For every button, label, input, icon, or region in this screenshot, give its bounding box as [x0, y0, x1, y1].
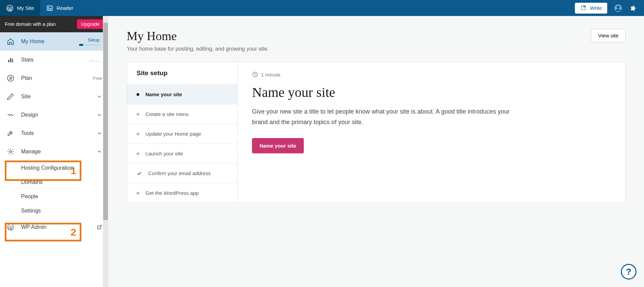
wordpress-logo-icon — [6, 4, 14, 12]
sidebar-manage-label: Manage — [21, 149, 97, 155]
question-icon: ? — [626, 267, 631, 277]
write-label: Write — [590, 5, 602, 11]
svg-point-7 — [617, 6, 619, 9]
setup-item-create-menu[interactable]: Create a site menu — [127, 104, 237, 124]
setup-detail-panel: 1 minute Name your site Give your new si… — [238, 62, 625, 203]
svg-point-12 — [10, 151, 12, 153]
clock-icon — [252, 71, 258, 78]
sidebar-item-my-home[interactable]: My Home Setup — [0, 32, 108, 51]
svg-rect-4 — [48, 9, 51, 9]
sidebar-my-home-label: My Home — [21, 38, 79, 45]
wrench-icon — [6, 129, 15, 138]
upgrade-button[interactable]: Upgrade — [77, 19, 104, 29]
setup-item-confirm-email[interactable]: Confirm your email address — [127, 163, 237, 183]
svg-rect-10 — [12, 59, 13, 62]
reader-icon — [46, 5, 53, 12]
profile-icon[interactable] — [614, 4, 622, 12]
setup-item-label: Launch your site — [145, 151, 183, 156]
help-button[interactable]: ? — [621, 264, 637, 280]
dot-icon — [137, 113, 139, 116]
topbar: My Site Reader Write — [0, 0, 644, 16]
sidebar-sub-settings[interactable]: Settings — [0, 204, 108, 218]
write-button[interactable]: Write — [575, 3, 607, 14]
detail-title: Name your site — [252, 84, 611, 100]
chevron-up-icon — [97, 149, 102, 154]
name-your-site-button[interactable]: Name your site — [252, 138, 304, 153]
promo-text: Free domain with a plan — [5, 21, 56, 27]
stats-sparkline-icon — [89, 57, 102, 62]
setup-item-launch-site[interactable]: Launch your site — [127, 144, 237, 163]
sidebar-scrollbar[interactable] — [103, 16, 108, 287]
svg-rect-8 — [8, 60, 10, 62]
sidebar-item-design[interactable]: Design — [0, 106, 108, 124]
setup-item-label: Create a site menu — [145, 111, 189, 117]
pencil-icon — [6, 92, 15, 101]
setup-item-get-app[interactable]: Get the WordPress app — [127, 183, 237, 203]
svg-rect-3 — [48, 8, 51, 9]
setup-item-label: Get the WordPress app — [145, 190, 199, 196]
setup-badge: Setup — [79, 37, 99, 46]
sidebar-wp-admin-label: WP Admin — [21, 224, 97, 230]
site-setup-panel: Site setup Name your site Create a site … — [127, 62, 238, 203]
dot-icon — [137, 152, 139, 155]
write-icon — [580, 5, 587, 12]
setup-item-name-site[interactable]: Name your site — [127, 84, 237, 104]
stats-icon — [6, 55, 15, 64]
sidebar-item-site[interactable]: Site — [0, 87, 108, 106]
sidebar-sub-hosting[interactable]: Hosting Configuration — [0, 161, 108, 175]
page-subtitle: Your home base for posting, editing, and… — [127, 46, 269, 52]
setup-item-label: Name your site — [145, 91, 182, 97]
promo-bar: Free domain with a plan Upgrade — [0, 16, 108, 32]
sidebar-item-stats[interactable]: Stats — [0, 51, 108, 69]
design-icon — [6, 111, 15, 119]
sidebar-item-wp-admin[interactable]: WP Admin — [0, 218, 108, 236]
dot-icon — [137, 192, 139, 195]
sidebar-stats-label: Stats — [21, 57, 89, 63]
topbar-my-site-label: My Site — [17, 5, 34, 11]
svg-rect-2 — [48, 7, 49, 7]
sidebar-sub-domains[interactable]: Domains — [0, 175, 108, 189]
svg-rect-9 — [10, 58, 11, 63]
plan-tag: Free — [93, 76, 102, 81]
gear-icon — [6, 147, 15, 156]
dot-icon — [137, 93, 139, 96]
page-title: My Home — [127, 29, 269, 43]
sidebar-sub-people[interactable]: People — [0, 189, 108, 204]
sidebar-tools-label: Tools — [21, 130, 97, 136]
sidebar-design-label: Design — [21, 112, 97, 118]
sidebar-site-label: Site — [21, 94, 97, 100]
sidebar-item-manage[interactable]: Manage — [0, 142, 108, 161]
external-link-icon — [97, 224, 102, 230]
setup-item-label: Update your Home page — [145, 131, 201, 137]
scrollbar-thumb[interactable] — [103, 23, 108, 220]
setup-item-update-home[interactable]: Update your Home page — [127, 124, 237, 144]
topbar-my-site[interactable]: My Site — [0, 0, 40, 16]
chevron-down-icon — [97, 131, 102, 136]
chevron-down-icon — [97, 94, 102, 99]
dot-icon — [137, 133, 139, 135]
setup-item-label: Confirm your email address — [148, 170, 210, 176]
main-content: My Home Your home base for posting, edit… — [108, 16, 644, 287]
detail-description: Give your new site a title to let people… — [252, 106, 511, 127]
notifications-icon[interactable] — [629, 4, 637, 12]
check-icon — [137, 171, 142, 176]
view-site-button[interactable]: View site — [591, 29, 626, 42]
plan-icon — [6, 74, 15, 83]
sidebar: Free domain with a plan Upgrade My Home … — [0, 16, 108, 287]
chevron-down-icon — [97, 112, 102, 118]
site-setup-header: Site setup — [127, 62, 237, 84]
sidebar-item-tools[interactable]: Tools — [0, 124, 108, 142]
sidebar-plan-label: Plan — [21, 75, 93, 81]
home-icon — [6, 37, 15, 46]
wordpress-icon — [6, 223, 15, 232]
topbar-reader[interactable]: Reader — [40, 0, 79, 16]
sidebar-item-plan[interactable]: Plan Free — [0, 69, 108, 87]
time-estimate: 1 minute — [261, 72, 281, 78]
topbar-reader-label: Reader — [57, 5, 73, 11]
